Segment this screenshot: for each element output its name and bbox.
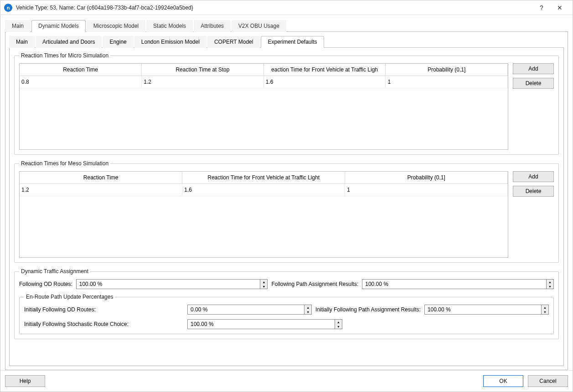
meso-col-probability[interactable]: Probability (0,1] [345,172,508,184]
micro-cell-rt-front[interactable]: 1.6 [263,76,386,88]
spin-down-icon[interactable]: ▼ [542,310,548,314]
group-meso-reaction-times: Reaction Times for Meso Simulation React… [14,160,559,263]
meso-cell-rt-front[interactable]: 1.6 [182,184,345,196]
micro-delete-button[interactable]: Delete [513,78,554,89]
micro-table[interactable]: Reaction Time Reaction Time at Stop eact… [19,63,508,150]
subtab-copert-model[interactable]: COPERT Model [207,36,260,48]
ok-button[interactable]: OK [483,375,523,387]
input-init-od-routes[interactable] [188,305,304,314]
input-following-path-results[interactable] [362,280,546,289]
micro-col-reaction-time-stop[interactable]: Reaction Time at Stop [142,64,264,76]
meso-delete-button[interactable]: Delete [513,186,554,197]
spin-init-path-results[interactable]: ▲ ▼ [424,305,549,315]
spin-init-od-routes[interactable]: ▲ ▼ [187,305,312,315]
group-enroute-path-update: En-Route Path Update Percentages Initial… [19,294,554,334]
micro-add-button[interactable]: Add [513,63,554,74]
input-init-stochastic-route-choice[interactable] [188,320,335,329]
spin-init-stochastic-route-choice[interactable]: ▲ ▼ [187,319,342,329]
spin-up-icon[interactable]: ▲ [260,280,267,284]
label-following-path-results: Following Path Assignment Results: [271,281,358,287]
table-row[interactable]: 1.2 1.6 1 [20,184,508,196]
label-following-od-routes: Following OD Routes: [19,281,72,287]
group-micro-reaction-times: Reaction Times for Micro Simulation Reac… [14,52,559,155]
micro-col-probability[interactable]: Probability (0,1] [386,64,508,76]
titlebar: n Vehicle Type: 53, Name: Car {c604a198-… [0,0,573,15]
spin-up-icon[interactable]: ▲ [305,305,311,310]
spin-up-icon[interactable]: ▲ [547,280,553,284]
close-icon[interactable]: ✕ [551,1,569,14]
spin-following-path-results[interactable]: ▲ ▼ [362,279,554,289]
spin-up-icon[interactable]: ▲ [542,305,548,310]
window-title: Vehicle Type: 53, Name: Car {c604a198-73… [16,5,532,11]
group-dynamic-traffic-assignment: Dynamic Traffic Assignment Following OD … [14,268,559,339]
spin-down-icon[interactable]: ▼ [335,324,342,329]
label-init-path-results: Initially Following Path Assignment Resu… [315,306,421,313]
micro-cell-rt-stop[interactable]: 1.2 [142,76,264,88]
help-button[interactable]: Help [5,375,45,387]
subtab-engine[interactable]: Engine [103,36,133,48]
subtab-experiment-defaults[interactable]: Experiment Defaults [261,36,324,48]
tab-v2x-obu-usage[interactable]: V2X OBU Usage [232,20,286,32]
tab-attributes[interactable]: Attributes [194,20,231,32]
spin-down-icon[interactable]: ▼ [260,284,267,289]
group-meso-legend: Reaction Times for Meso Simulation [19,160,110,167]
table-row[interactable]: 0.8 1.2 1.6 1 [20,76,508,88]
dialog-footer: Help OK Cancel [0,370,573,392]
spin-following-od-routes[interactable]: ▲ ▼ [76,279,268,289]
meso-cell-prob[interactable]: 1 [345,184,508,196]
meso-add-button[interactable]: Add [513,171,554,182]
micro-col-reaction-time-front[interactable]: eaction Time for Front Vehicle at Traffi… [263,64,386,76]
group-micro-legend: Reaction Times for Micro Simulation [19,52,110,59]
micro-cell-rt[interactable]: 0.8 [20,76,142,88]
label-init-stochastic-route-choice: Initially Following Stochastic Route Cho… [24,321,184,327]
help-question-icon[interactable]: ? [532,1,551,14]
meso-col-reaction-time-front[interactable]: Reaction Time for Front Vehicle at Traff… [182,172,345,184]
subtab-main[interactable]: Main [9,36,35,48]
spin-down-icon[interactable]: ▼ [547,284,553,289]
tab-static-models[interactable]: Static Models [146,20,193,32]
micro-col-reaction-time[interactable]: Reaction Time [20,64,142,76]
meso-cell-rt[interactable]: 1.2 [20,184,182,196]
tab-main[interactable]: Main [5,20,31,32]
meso-table[interactable]: Reaction Time Reaction Time for Front Ve… [19,171,508,258]
top-tabs: Main Dynamic Models Microscopic Model St… [5,20,568,32]
label-init-od-routes: Initially Following OD Routes: [24,306,184,313]
group-enroute-legend: En-Route Path Update Percentages [24,294,115,300]
input-following-od-routes[interactable] [77,280,260,289]
group-dta-legend: Dynamic Traffic Assignment [19,268,90,275]
cancel-button[interactable]: Cancel [528,375,568,387]
tab-dynamic-models[interactable]: Dynamic Models [31,20,86,32]
spin-down-icon[interactable]: ▼ [305,310,311,314]
input-init-path-results[interactable] [425,305,541,314]
meso-col-reaction-time[interactable]: Reaction Time [20,172,182,184]
tab-microscopic-model[interactable]: Microscopic Model [87,20,145,32]
subtab-london-emission-model[interactable]: London Emission Model [134,36,206,48]
app-icon: n [4,4,12,12]
micro-cell-prob[interactable]: 1 [386,76,508,88]
spin-up-icon[interactable]: ▲ [335,320,342,324]
sub-tabs: Main Articulated and Doors Engine London… [9,36,564,48]
subtab-articulated-and-doors[interactable]: Articulated and Doors [36,36,102,48]
